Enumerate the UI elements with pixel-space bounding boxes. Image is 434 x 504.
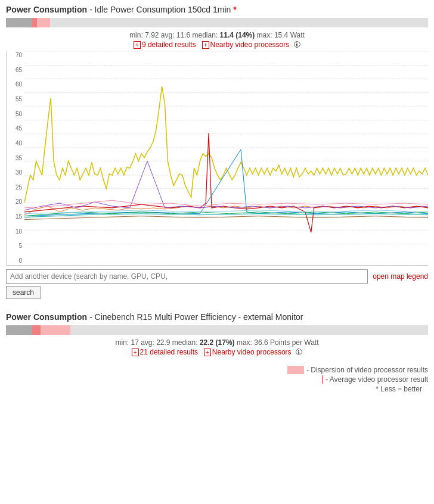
plus-icon-2b: + bbox=[204, 349, 211, 356]
y-label: 0 bbox=[7, 258, 24, 264]
legend-vline bbox=[322, 375, 323, 384]
y-label: 60 bbox=[7, 82, 24, 88]
detailed-results-link-2[interactable]: 21 detailed results bbox=[140, 348, 198, 356]
y-axis-1: 0 5 10 15 20 25 30 35 40 45 50 55 60 65 … bbox=[7, 51, 24, 265]
chart-1: 0 5 10 15 20 25 30 35 40 45 50 55 60 65 … bbox=[6, 51, 428, 266]
less-better: * Less = better bbox=[6, 385, 428, 393]
dispersion-label: - Dispersion of video processor results bbox=[306, 366, 428, 374]
y-label: 25 bbox=[7, 185, 24, 191]
y-label: 50 bbox=[7, 111, 24, 117]
median-val-2: 22.2 (17%) bbox=[200, 338, 235, 347]
search-row: open map legend bbox=[6, 269, 428, 284]
plus-icon-1: + bbox=[134, 41, 141, 49]
y-label: 20 bbox=[7, 199, 24, 205]
legend-pink-box bbox=[287, 366, 304, 374]
title-normal-2: - Cinebench R15 Multi Power Efficiency -… bbox=[87, 312, 303, 322]
y-label: 55 bbox=[7, 97, 24, 102]
links-line-2: +21 detailed results +Nearby video proce… bbox=[6, 348, 428, 356]
chart-svg-1 bbox=[24, 51, 428, 244]
title-normal: - Idle Power Consumption 150cd 1min bbox=[87, 5, 233, 14]
title-bold: Power Consumption bbox=[6, 5, 87, 14]
info-icon-1: 🛈 bbox=[293, 41, 300, 49]
detailed-results-link-1[interactable]: 9 detailed results bbox=[142, 41, 196, 49]
section-2-title: Power Consumption - Cinebench R15 Multi … bbox=[6, 312, 428, 322]
bar-gray-2 bbox=[6, 325, 32, 335]
y-label: 65 bbox=[7, 67, 24, 73]
y-label: 40 bbox=[7, 141, 24, 147]
bar-spacer-2 bbox=[70, 325, 428, 335]
nearby-link-1[interactable]: Nearby video processors bbox=[210, 41, 290, 49]
bar-pink-1 bbox=[32, 18, 37, 27]
bar-gray-1 bbox=[6, 18, 32, 27]
open-map-link[interactable]: open map legend bbox=[373, 272, 428, 281]
stats-line-2: min: 17 avg: 22.9 median: 22.2 (17%) max… bbox=[6, 338, 428, 347]
median-val-1: 11.4 (14%) bbox=[220, 31, 255, 39]
y-label: 5 bbox=[7, 243, 24, 249]
legend-section: - Dispersion of video processor results … bbox=[0, 361, 434, 397]
y-label: 10 bbox=[7, 229, 24, 235]
bar-chart-2 bbox=[6, 324, 428, 336]
bar-chart-1 bbox=[6, 17, 428, 29]
device-search-input[interactable] bbox=[6, 269, 368, 284]
average-label: - Average video processor result bbox=[326, 375, 428, 384]
stats-text-1: min: 7.92 avg: 11.6 median: bbox=[129, 31, 219, 39]
title-bold-2: Power Consumption bbox=[6, 312, 87, 322]
search-button[interactable]: search bbox=[6, 286, 41, 299]
y-label: 70 bbox=[7, 52, 24, 58]
y-label: 30 bbox=[7, 170, 24, 176]
stats-text-2: min: 17 avg: 22.9 median: bbox=[115, 338, 199, 347]
bar-light-pink-2 bbox=[41, 325, 70, 335]
legend-average: - Average video processor result bbox=[6, 375, 428, 384]
section-1-title: Power Consumption - Idle Power Consumpti… bbox=[6, 5, 428, 14]
stats-text-1b: max: 15.4 Watt bbox=[255, 31, 305, 39]
search-button-wrapper: search bbox=[6, 286, 428, 299]
info-icon-2: 🛈 bbox=[295, 348, 302, 356]
y-label: 35 bbox=[7, 155, 24, 161]
less-better-text: * Less = better bbox=[376, 385, 422, 393]
section-2: Power Consumption - Cinebench R15 Multi … bbox=[0, 307, 434, 361]
legend-dispersion: - Dispersion of video processor results bbox=[6, 366, 428, 374]
bar-pink-2 bbox=[32, 325, 41, 335]
asterisk: * bbox=[233, 5, 236, 14]
bar-light-pink-1 bbox=[37, 18, 50, 27]
nearby-link-2[interactable]: Nearby video processors bbox=[212, 348, 292, 356]
bar-spacer-1 bbox=[50, 18, 428, 27]
section-1: Power Consumption - Idle Power Consumpti… bbox=[0, 0, 434, 307]
links-line-1: +9 detailed results +Nearby video proces… bbox=[6, 41, 428, 49]
plus-icon-2: + bbox=[132, 349, 139, 356]
plus-icon-1b: + bbox=[202, 41, 209, 49]
legend-vline-wrapper bbox=[322, 375, 323, 384]
stats-line-1: min: 7.92 avg: 11.6 median: 11.4 (14%) m… bbox=[6, 31, 428, 39]
y-label: 15 bbox=[7, 214, 24, 220]
y-label: 45 bbox=[7, 126, 24, 132]
stats-text-2b: max: 36.6 Points per Watt bbox=[235, 338, 319, 347]
